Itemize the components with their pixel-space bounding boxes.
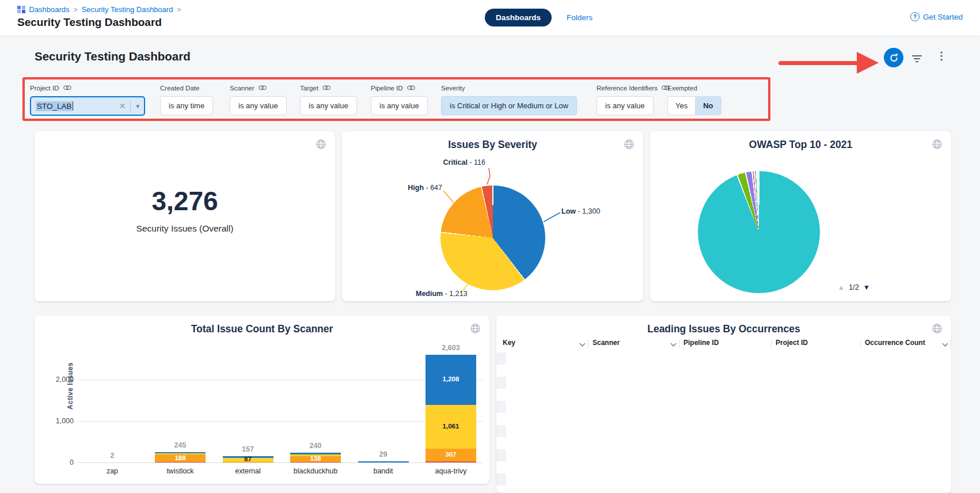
x-label-zap: zap — [81, 467, 144, 475]
filter-label-text: Scanner — [230, 85, 255, 92]
pie-label-high: High - 647 — [408, 184, 442, 192]
filter-label-text: Project ID — [30, 85, 59, 92]
column-header-scanner[interactable]: Scanner — [592, 339, 620, 347]
gridline-1000 — [78, 421, 483, 422]
owasp-pager: ▲ 1/2 ▼ — [838, 283, 870, 291]
pie-label-medium: Medium - 1,213 — [416, 290, 468, 298]
card-owasp-top10: OWASP Top 10 - 2021 ▲ 1/2 ▼ — [650, 131, 951, 301]
breadcrumb: Dashboards > Security Testing Dashboard … — [17, 5, 181, 14]
pie-label-critical: Critical - 116 — [443, 158, 485, 166]
gridline-0 — [78, 462, 483, 463]
pie-label-low: Low - 1,300 — [561, 207, 600, 215]
page-down-icon[interactable]: ▼ — [863, 283, 870, 291]
tab-dashboards[interactable]: Dashboards — [485, 9, 552, 26]
owasp-pie[interactable] — [698, 171, 820, 293]
help-icon: ? — [910, 12, 920, 21]
overall-issues-label: Security Issues (Overall) — [136, 223, 234, 234]
filter-label-scanner: Scanner — [230, 84, 287, 92]
page-up-icon[interactable]: ▲ — [838, 283, 845, 291]
filter-exempted: ExemptedYesNo — [667, 84, 721, 115]
filter-severity: Severityis Critical or High or Medium or… — [441, 84, 577, 115]
filter-label-text: Reference Identifiers — [597, 85, 658, 92]
clear-icon[interactable]: ✕ — [115, 101, 131, 111]
filter-created-date: Created Dateis any time — [160, 84, 213, 115]
severity-pie[interactable] — [440, 185, 545, 290]
filter-value-severity[interactable]: is Critical or High or Medium or Low — [441, 96, 577, 115]
y-tick-0: 0 — [51, 458, 74, 467]
y-axis-label: Active Issues — [66, 351, 74, 420]
column-separator — [950, 340, 951, 348]
refresh-button[interactable] — [884, 48, 903, 67]
dashboards-grid-icon — [17, 6, 25, 14]
get-started-link[interactable]: ? Get Started — [910, 12, 963, 21]
filter-label-text: Target — [300, 85, 318, 92]
sort-chevron-icon[interactable] — [943, 341, 948, 347]
breadcrumb-separator: > — [74, 6, 78, 14]
exempted-option-no[interactable]: No — [695, 97, 720, 115]
filter-value-reference-identifiers[interactable]: is any value — [597, 96, 654, 115]
card-leading-issues-by-occurrences: Leading Issues By Occurrences KeyScanner… — [496, 316, 951, 493]
link-icon — [63, 85, 71, 92]
severity-chart-title: Issues By Severity — [342, 139, 643, 151]
x-label-aqua-trivy: aqua-trivy — [419, 467, 483, 475]
bar-segment-bandit-low — [358, 461, 409, 462]
filter-value-pipeline-id[interactable]: is any value — [371, 96, 428, 115]
exempted-toggle: YesNo — [667, 96, 721, 115]
filter-project-id: Project IDSTO_LAB✕▾ — [30, 84, 145, 116]
owasp-chart-title: OWASP Top 10 - 2021 — [650, 139, 951, 151]
bar-value-twistlock-high: 188 — [155, 454, 206, 461]
page-title: Security Testing Dashboard — [17, 16, 162, 29]
column-header-key[interactable]: Key — [503, 339, 515, 347]
column-header-project-id[interactable]: Project ID — [776, 339, 808, 347]
text-cursor — [73, 101, 73, 111]
bar-segment-aqua-trivy-critical — [426, 461, 476, 462]
filter-scanner: Scanneris any value — [230, 84, 287, 115]
header-nav-tabs: Dashboards Folders — [485, 9, 592, 26]
filter-label-target: Target — [300, 84, 357, 92]
x-label-bandit: bandit — [352, 467, 415, 475]
chevron-down-icon[interactable]: ▾ — [131, 103, 139, 110]
link-icon — [407, 85, 415, 92]
link-icon — [259, 85, 267, 92]
bar-value-aqua-trivy-medium: 1,061 — [426, 423, 476, 430]
link-icon — [322, 85, 331, 92]
filter-label-text: Exempted — [667, 85, 697, 92]
filter-target: Targetis any value — [300, 84, 357, 115]
dashboard-title: Security Testing Dashboard — [35, 50, 191, 63]
filter-value-created-date[interactable]: is any time — [160, 96, 213, 115]
sort-chevron-icon[interactable] — [580, 341, 586, 347]
bar-value-aqua-trivy-high: 307 — [426, 451, 476, 458]
column-separator — [679, 340, 679, 348]
column-header-pipeline-id[interactable]: Pipeline ID — [683, 339, 719, 347]
get-started-label: Get Started — [923, 13, 963, 21]
bar-total-twistlock: 245 — [149, 441, 212, 449]
filter-value-scanner[interactable]: is any value — [230, 96, 287, 115]
x-label-external: external — [216, 467, 280, 475]
bar-aqua-trivy[interactable] — [426, 355, 476, 462]
x-label-twistlock: twistlock — [149, 467, 212, 475]
card-security-issues-overall: 3,276 Security Issues (Overall) — [35, 131, 335, 301]
annotation-arrow — [778, 61, 860, 65]
tab-folders[interactable]: Folders — [567, 13, 592, 22]
filter-label-text: Severity — [441, 85, 465, 92]
filter-label-project-id: Project ID — [30, 84, 145, 92]
filter-value-target[interactable]: is any value — [300, 96, 357, 115]
column-separator — [860, 340, 861, 348]
sort-chevron-icon[interactable] — [671, 341, 677, 347]
refresh-icon — [889, 53, 899, 63]
bar-bandit[interactable] — [358, 461, 409, 462]
filter-pipeline-id: Pipeline IDis any value — [371, 84, 428, 115]
breadcrumb-current-dashboard[interactable]: Security Testing Dashboard — [82, 5, 173, 14]
dashboard-filter-icon[interactable] — [911, 55, 922, 64]
more-options-icon[interactable]: ⋮ — [936, 51, 947, 62]
y-tick-1000: 1,000 — [51, 417, 74, 425]
owasp-page-indicator: 1/2 — [849, 283, 859, 291]
filter-label-text: Created Date — [160, 85, 199, 92]
project-id-combobox[interactable]: STO_LAB✕▾ — [30, 96, 145, 116]
filter-label-text: Pipeline ID — [371, 85, 403, 92]
column-header-occurrence-count[interactable]: Occurrence Count — [865, 339, 925, 347]
breadcrumb-dashboards[interactable]: Dashboards — [29, 5, 70, 14]
filter-label-severity: Severity — [441, 84, 577, 92]
exempted-option-yes[interactable]: Yes — [668, 97, 695, 115]
top-header: Dashboards > Security Testing Dashboard … — [0, 0, 980, 36]
